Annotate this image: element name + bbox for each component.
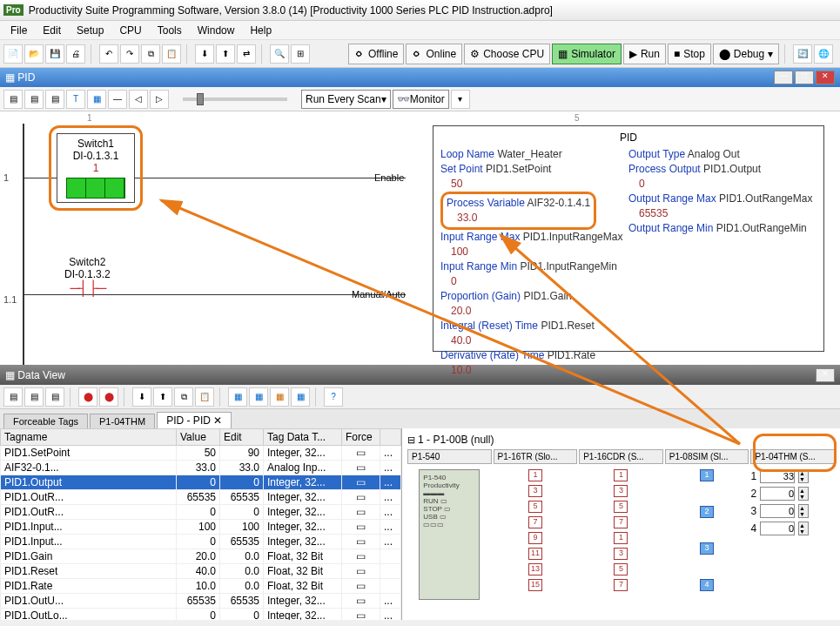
minimize-button[interactable]: — [774,71,793,84]
menu-cpu[interactable]: CPU [112,23,148,38]
choose-cpu-button[interactable]: ⚙ Choose CPU [464,44,550,64]
slot-3[interactable]: P1-08SIM (Sl... [665,449,749,464]
line-icon[interactable]: — [108,90,127,109]
paste-icon[interactable]: 📋 [162,44,181,64]
dv-write-icon[interactable]: ⬇ [132,387,151,407]
thm-3-input[interactable] [760,504,795,518]
tr-led-5[interactable]: 5 [528,501,542,513]
find-icon[interactable]: 🔍 [270,44,289,64]
slot-1[interactable]: P1-16TR (Slo... [494,449,578,464]
debug-button[interactable]: ⬤ Debug ▾ [713,44,779,64]
transfer-down-icon[interactable]: ⬇ [195,44,214,64]
thm-2-input[interactable] [760,487,795,501]
dv-rec2-icon[interactable]: ⬤ [99,387,118,407]
dv-grid3-icon[interactable]: ▦ [270,387,289,407]
next-icon[interactable]: ▷ [150,90,169,109]
slider[interactable] [183,98,287,101]
globe-icon[interactable]: 🌐 [814,44,833,64]
col-edit[interactable]: Edit [220,429,264,446]
thm-4-spinner[interactable]: ▲▼ [798,522,809,535]
table-row[interactable]: PID1.OutLo...00Integer, 32...▭... [1,609,401,621]
monitor-drop-icon[interactable]: ▾ [451,90,470,109]
table-row[interactable]: PID1.Reset40.00.0Float, 32 Bit▭ [1,564,401,579]
simulator-button[interactable]: ▦ Simulator [552,44,622,64]
sim-led-3[interactable]: 3 [700,542,714,555]
tr-led-7[interactable]: 7 [528,516,542,528]
tr-led-9[interactable]: 9 [528,532,542,544]
thm-2-spinner[interactable]: ▲▼ [798,487,809,501]
cdr-led-7[interactable]: 7 [614,516,628,528]
sim-led-1[interactable]: 1 [700,469,714,481]
dv-save-icon[interactable]: ▤ [45,387,64,407]
contact-icon[interactable]: T [66,90,85,109]
menu-edit[interactable]: Edit [36,23,68,38]
compare-icon[interactable]: ⇄ [237,44,256,64]
table-row[interactable]: PID1.Output00Integer, 32...▭... [1,475,401,490]
dv-open-icon[interactable]: ▤ [24,387,44,407]
close-button[interactable]: ✕ [816,71,835,84]
print-icon[interactable]: 🖨 [66,44,85,64]
run-button[interactable]: ▶ Run [623,44,666,64]
table-row[interactable]: PID1.Input...065535Integer, 32...▭... [1,535,401,549]
tr-led-3[interactable]: 3 [528,485,542,497]
sim-led-4[interactable]: 4 [700,579,714,591]
undo-icon[interactable]: ↶ [99,44,118,64]
cdr-led-5[interactable]: 5 [614,501,628,513]
online-button[interactable]: ⭘ Online [406,44,462,64]
cdr-led-3b[interactable]: 3 [614,548,628,560]
cdr-led-1[interactable]: 1 [614,469,628,481]
menu-setup[interactable]: Setup [70,23,111,38]
rack-group-label[interactable]: 1 - P1-00B (null) [418,434,494,446]
dv-record-icon[interactable]: ⬤ [78,387,97,407]
run-mode-select[interactable]: Run Every Scan ▾ [301,90,391,109]
menu-help[interactable]: Help [243,23,279,38]
thm-4-input[interactable] [760,522,795,535]
tab-p104thm[interactable]: P1-04THM [90,414,155,428]
pid-instruction-box[interactable]: PID Loop Name Water_Heater Set Point PID… [433,125,824,352]
col-type[interactable]: Tag Data T... [264,429,342,446]
table-row[interactable]: PID1.SetPoint5090Integer, 32...▭... [1,446,401,461]
coil-icon[interactable]: ▦ [87,90,106,109]
switch2-contact[interactable]: Switch2 DI-0.1.3.2 ─┤ ├─ [64,256,111,296]
tr-led-15[interactable]: 15 [528,579,542,591]
offline-button[interactable]: ⭘ Offline [348,44,404,64]
open-icon[interactable]: 📂 [24,44,44,64]
table-row[interactable]: PID1.OutR...6553565535Integer, 32...▭... [1,490,401,505]
copy-icon[interactable]: ⧉ [141,44,160,64]
transfer-up-icon[interactable]: ⬆ [216,44,235,64]
cdr-led-5b[interactable]: 5 [614,563,628,576]
table-row[interactable]: AIF32-0.1...33.033.0Analog Inp...▭... [1,461,401,475]
save-icon[interactable]: 💾 [45,44,64,64]
maximize-button[interactable]: □ [795,71,814,84]
col-extra[interactable] [380,429,401,446]
table-row[interactable]: PID1.Input...100100Integer, 32...▭... [1,520,401,535]
dv-copy-icon[interactable]: ⧉ [174,387,193,407]
dv-read-icon[interactable]: ⬆ [153,387,172,407]
tr-led-11[interactable]: 11 [528,548,542,560]
dv-new-icon[interactable]: ▤ [3,387,23,407]
dataview-close-button[interactable]: ✕ [816,368,835,382]
prev-icon[interactable]: ◁ [129,90,148,109]
tab-close-icon[interactable]: ✕ [213,414,222,427]
col-force[interactable]: Force [342,429,380,446]
tool-a-icon[interactable]: ▤ [3,90,23,109]
sync-icon[interactable]: 🔄 [793,44,812,64]
cdr-led-7b[interactable]: 7 [614,579,628,591]
table-row[interactable]: PID1.Rate10.00.0Float, 32 Bit▭ [1,579,401,594]
switch1-contact[interactable]: Switch1 DI-0.1.3.1 1 [57,133,135,203]
dv-grid4-icon[interactable]: ▦ [291,387,310,407]
redo-icon[interactable]: ↷ [120,44,139,64]
dv-grid2-icon[interactable]: ▦ [249,387,268,407]
slot-2[interactable]: P1-16CDR (S... [579,449,663,464]
tool-c-icon[interactable]: ▤ [45,90,64,109]
dv-grid1-icon[interactable]: ▦ [228,387,247,407]
stop-button[interactable]: ■ Stop [668,44,711,64]
menu-window[interactable]: Window [191,23,242,38]
cdr-led-1b[interactable]: 1 [614,532,628,544]
crossref-icon[interactable]: ⊞ [291,44,310,64]
menu-file[interactable]: File [3,23,34,38]
menu-tools[interactable]: Tools [151,23,189,38]
table-row[interactable]: PID1.OutR...00Integer, 32...▭... [1,505,401,520]
tool-b-icon[interactable]: ▤ [24,90,44,109]
monitor-button[interactable]: 👓 Monitor [393,90,449,109]
